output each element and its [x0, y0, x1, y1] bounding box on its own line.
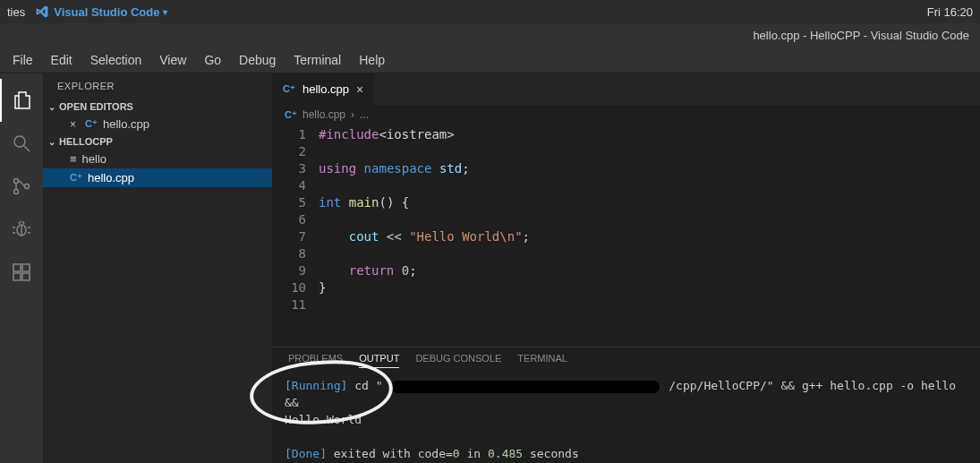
svg-point-2 [14, 179, 19, 184]
line-number: 8 [272, 245, 319, 262]
close-icon[interactable]: × [356, 82, 363, 97]
extensions-icon[interactable] [0, 251, 43, 294]
menu-debug[interactable]: Debug [230, 49, 285, 71]
clock[interactable]: Fri 16:20 [927, 5, 973, 19]
svg-line-1 [24, 146, 30, 151]
svg-rect-6 [13, 264, 21, 271]
debug-icon[interactable] [0, 208, 43, 251]
svg-point-3 [14, 190, 19, 194]
cpp-file-icon: C⁺ [285, 109, 297, 121]
bottom-panel: PROBLEMSOUTPUTDEBUG CONSOLETERMINAL [Run… [272, 347, 980, 463]
chevron-down-icon: ▾ [163, 7, 167, 17]
line-number: 3 [272, 160, 319, 177]
code-line[interactable]: } [319, 279, 326, 296]
explorer-sidebar: EXPLORER ⌄ OPEN EDITORS ×C⁺hello.cpp ⌄ H… [43, 73, 272, 463]
code-line[interactable]: int main() { [319, 194, 409, 211]
line-number: 2 [272, 143, 319, 160]
menu-file[interactable]: File [4, 49, 42, 71]
line-number: 4 [272, 177, 319, 194]
vscode-app-indicator[interactable]: Visual Studio Code ▾ [36, 5, 167, 19]
menu-go[interactable]: Go [195, 49, 230, 71]
menu-edit[interactable]: Edit [42, 49, 81, 71]
line-number: 6 [272, 211, 319, 228]
svg-rect-9 [22, 264, 30, 271]
folder-header[interactable]: ⌄ HELLOCPP [43, 133, 272, 150]
file-icon: ≡ [70, 152, 77, 166]
panel-tab-debug-console[interactable]: DEBUG CONSOLE [415, 353, 501, 368]
menu-bar: FileEditSelectionViewGoDebugTerminalHelp [0, 47, 980, 73]
code-line[interactable]: cout << "Hello World\n"; [319, 228, 530, 245]
code-line[interactable]: #include<iostream> [319, 126, 455, 143]
activities-label[interactable]: ties [7, 5, 25, 19]
menu-help[interactable]: Help [350, 49, 394, 71]
sidebar-title: EXPLORER [43, 73, 272, 99]
menu-view[interactable]: View [150, 49, 195, 71]
breadcrumb[interactable]: C⁺ hello.cpp › ... [272, 105, 980, 124]
panel-tab-terminal[interactable]: TERMINAL [517, 353, 567, 368]
editor-tabs: C⁺hello.cpp× [272, 73, 980, 105]
open-editor-item[interactable]: ×C⁺hello.cpp [43, 115, 272, 133]
code-editor[interactable]: 1#include<iostream>23using namespace std… [272, 124, 980, 347]
redacted-path [391, 381, 660, 393]
program-output-line: Hello World [285, 411, 967, 428]
window-title: hello.cpp - HelloCPP - Visual Studio Cod… [753, 29, 969, 42]
editor-tab[interactable]: C⁺hello.cpp× [272, 73, 375, 105]
explorer-icon[interactable] [0, 79, 43, 122]
code-line[interactable]: return 0; [319, 262, 417, 279]
line-number: 11 [272, 296, 319, 313]
line-number: 10 [272, 279, 319, 296]
svg-rect-8 [22, 273, 30, 280]
system-top-bar: ties Visual Studio Code ▾ Fri 16:20 [0, 0, 980, 23]
close-icon[interactable]: × [70, 118, 76, 131]
source-control-icon[interactable] [0, 165, 43, 208]
chevron-down-icon: ⌄ [48, 102, 55, 112]
line-number: 5 [272, 194, 319, 211]
svg-rect-7 [13, 273, 21, 280]
code-line[interactable]: using namespace std; [319, 160, 470, 177]
svg-point-0 [14, 136, 25, 147]
chevron-down-icon: ⌄ [48, 137, 55, 147]
line-number: 1 [272, 126, 319, 143]
activity-bar [0, 73, 43, 463]
panel-tabs: PROBLEMSOUTPUTDEBUG CONSOLETERMINAL [272, 347, 980, 373]
menu-terminal[interactable]: Terminal [285, 49, 350, 71]
file-tree-item[interactable]: C⁺hello.cpp [43, 168, 272, 187]
line-number: 9 [272, 262, 319, 279]
cpp-file-icon: C⁺ [283, 83, 295, 95]
panel-tab-problems[interactable]: PROBLEMS [288, 353, 343, 368]
svg-point-4 [25, 184, 30, 189]
open-editors-header[interactable]: ⌄ OPEN EDITORS [43, 99, 272, 115]
editor-area: C⁺hello.cpp× C⁺ hello.cpp › ... 1#includ… [272, 73, 980, 463]
panel-tab-output[interactable]: OUTPUT [359, 353, 399, 368]
output-running-tag: [Running] [285, 379, 347, 392]
search-icon[interactable] [0, 122, 43, 165]
menu-selection[interactable]: Selection [81, 49, 151, 71]
window-title-bar: hello.cpp - HelloCPP - Visual Studio Cod… [0, 23, 980, 47]
cpp-file-icon: C⁺ [70, 172, 82, 184]
line-number: 7 [272, 228, 319, 245]
cpp-file-icon: C⁺ [85, 118, 98, 130]
file-tree-item[interactable]: ≡hello [43, 150, 272, 168]
output-done-tag: [Done] [285, 447, 327, 460]
output-panel-content[interactable]: [Running] cd " /cpp/HelloCPP/" && g++ he… [272, 373, 980, 463]
